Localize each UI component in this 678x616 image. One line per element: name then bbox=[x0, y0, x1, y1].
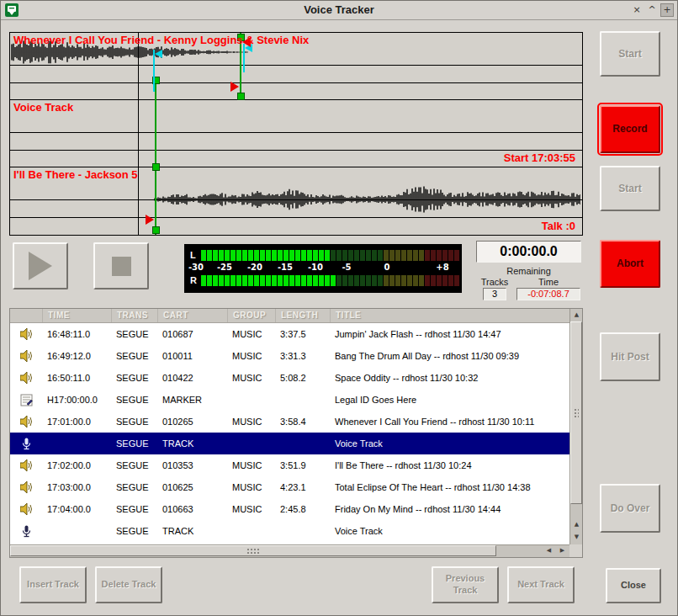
marker-handle[interactable] bbox=[152, 163, 160, 171]
column-header-cart[interactable]: CART bbox=[157, 309, 227, 322]
log-row-5[interactable]: SEGUETRACKVoice Track bbox=[10, 433, 569, 454]
meter-segment bbox=[413, 275, 418, 286]
meter-segment bbox=[354, 250, 359, 261]
start-button-2[interactable]: Start bbox=[600, 166, 660, 211]
log-cell: MUSIC bbox=[227, 351, 275, 361]
scroll-corner bbox=[569, 544, 582, 557]
insert-track-button[interactable]: Insert Track bbox=[19, 566, 87, 603]
edit-cursor-line[interactable] bbox=[138, 33, 139, 235]
log-cell: I'll Be There -- rdhost 11/30 10:24 bbox=[330, 460, 569, 470]
vertical-scrollbar[interactable]: ▲ ▲ ▼ bbox=[569, 309, 582, 544]
track-panel-2[interactable]: Voice Track Start 17:03:55 bbox=[10, 100, 582, 167]
log-cell: 2:45.8 bbox=[275, 504, 330, 514]
start-button-1[interactable]: Start bbox=[600, 31, 660, 77]
next-track-button[interactable]: Next Track bbox=[507, 566, 575, 603]
column-header-group[interactable]: GROUP bbox=[227, 309, 275, 322]
log-cell: 16:50:11.0 bbox=[42, 373, 111, 383]
column-header-icon[interactable] bbox=[10, 309, 42, 322]
column-header-title[interactable]: TITLE bbox=[330, 309, 569, 322]
meter-segment bbox=[360, 250, 365, 261]
meter-scale-label: -25 bbox=[217, 263, 232, 272]
speaker-icon bbox=[10, 416, 42, 427]
column-header-length[interactable]: LENGTH bbox=[275, 309, 330, 322]
marker-handle[interactable] bbox=[237, 93, 245, 100]
time-display: 0:00:00.0 bbox=[476, 241, 581, 263]
titlebar[interactable]: Voice Tracker × ^ + bbox=[1, 1, 677, 20]
play-button[interactable] bbox=[13, 242, 68, 289]
meter-segment bbox=[331, 250, 336, 261]
meter-segment bbox=[254, 275, 259, 286]
meter-left-label: L bbox=[190, 250, 199, 261]
speaker-icon bbox=[10, 372, 42, 384]
log-cell: SEGUE bbox=[111, 482, 157, 492]
meter-segment bbox=[278, 250, 283, 261]
log-row-2[interactable]: 16:50:11.0SEGUE010422MUSIC5:08.2Space Od… bbox=[10, 367, 569, 389]
meter-segment bbox=[384, 250, 389, 261]
shade-icon[interactable]: ^ bbox=[645, 3, 659, 17]
meter-segment bbox=[372, 250, 377, 261]
log-cell: 3:37.5 bbox=[275, 329, 330, 339]
log-cell: 010663 bbox=[157, 504, 227, 514]
hit-post-button[interactable]: Hit Post bbox=[600, 332, 660, 381]
meter-segment bbox=[307, 275, 312, 286]
meter-segment bbox=[278, 275, 283, 286]
start-marker[interactable] bbox=[146, 215, 154, 225]
meter-segment bbox=[319, 275, 324, 286]
log-cell: 5:08.2 bbox=[275, 373, 330, 383]
meter-segment bbox=[336, 275, 342, 286]
meter-scale-label: -20 bbox=[247, 263, 262, 272]
fade-marker[interactable] bbox=[155, 50, 162, 58]
scroll-up2-icon[interactable]: ▲ bbox=[570, 518, 583, 531]
log-cell: 010353 bbox=[157, 460, 227, 470]
log-row-4[interactable]: 17:01:00.0SEGUE010265MUSIC3:58.4Whenever… bbox=[10, 411, 569, 433]
column-header-time[interactable]: TIME bbox=[42, 309, 111, 322]
meter-segment bbox=[419, 250, 424, 261]
log-row-6[interactable]: 17:02:00.0SEGUE010353MUSIC3:51.9I'll Be … bbox=[10, 454, 569, 476]
close-button[interactable]: Close bbox=[606, 568, 661, 603]
log-row-8[interactable]: 17:04:00.0SEGUE010663MUSIC2:45.8Friday O… bbox=[10, 498, 569, 520]
log-row-9[interactable]: SEGUETRACKVoice Track bbox=[10, 520, 569, 542]
maximize-icon[interactable]: + bbox=[660, 3, 674, 17]
scroll-left-icon[interactable]: ◀ bbox=[543, 544, 555, 557]
meter-scale-label: -15 bbox=[278, 263, 293, 272]
abort-button[interactable]: Abort bbox=[600, 240, 660, 288]
close-icon[interactable]: × bbox=[630, 3, 644, 17]
scroll-right-icon[interactable]: ▶ bbox=[556, 544, 569, 557]
log-row-7[interactable]: 17:03:00.0SEGUE010625MUSIC4:23.1Total Ec… bbox=[10, 476, 569, 498]
horizontal-scrollbar[interactable]: ◀ ▶ bbox=[10, 544, 569, 557]
scroll-up-icon[interactable]: ▲ bbox=[570, 309, 583, 321]
column-header-trans[interactable]: TRANS bbox=[111, 309, 157, 322]
scroll-down-icon[interactable]: ▼ bbox=[570, 531, 583, 544]
meter-segment bbox=[207, 250, 212, 261]
log-row-3[interactable]: H17:00:00.0SEGUEMARKERLegal ID Goes Here bbox=[10, 389, 569, 411]
track-2-start-time: Start 17:03:55 bbox=[504, 151, 575, 164]
log-cell: MUSIC bbox=[227, 504, 275, 514]
log-cell: 4:23.1 bbox=[275, 482, 330, 492]
track-panel-1[interactable]: Whenever I Call You Friend - Kenny Loggi… bbox=[10, 33, 582, 100]
log-header: TIME TRANS CART GROUP LENGTH TITLE bbox=[10, 309, 569, 323]
delete-track-button[interactable]: Delete Track bbox=[95, 566, 162, 603]
log-cell: 010422 bbox=[157, 373, 227, 383]
log-row-0[interactable]: 16:48:11.0SEGUE010687MUSIC3:37.5Jumpin' … bbox=[10, 323, 569, 345]
marker-handle[interactable] bbox=[152, 226, 160, 234]
end-marker[interactable] bbox=[230, 82, 239, 92]
do-over-button[interactable]: Do Over bbox=[600, 484, 660, 533]
track-grid-line bbox=[10, 150, 582, 151]
hscroll-thumb[interactable] bbox=[10, 545, 496, 556]
previous-track-button[interactable]: Previous Track bbox=[432, 566, 499, 603]
meter-segment bbox=[236, 275, 241, 286]
log-cell: SEGUE bbox=[111, 351, 157, 361]
stop-button[interactable] bbox=[93, 242, 149, 289]
track-3-talk-time: Talk :0 bbox=[542, 220, 575, 232]
meter-segment bbox=[313, 250, 318, 261]
vscroll-thumb[interactable] bbox=[570, 321, 582, 504]
record-button[interactable]: Record bbox=[600, 105, 660, 153]
remaining-time-value: -0:07:08.7 bbox=[516, 288, 580, 300]
meter-segment bbox=[230, 250, 236, 261]
meter-segment bbox=[378, 275, 383, 286]
meter-segment bbox=[230, 275, 236, 286]
meter-segment bbox=[342, 275, 347, 286]
log-cell: MUSIC bbox=[227, 329, 275, 339]
track-panel-3[interactable]: I'll Be There - Jackson 5 Talk :0 bbox=[10, 167, 582, 235]
log-row-1[interactable]: 16:49:12.0SEGUE010011MUSIC3:31.3Bang The… bbox=[10, 345, 569, 367]
